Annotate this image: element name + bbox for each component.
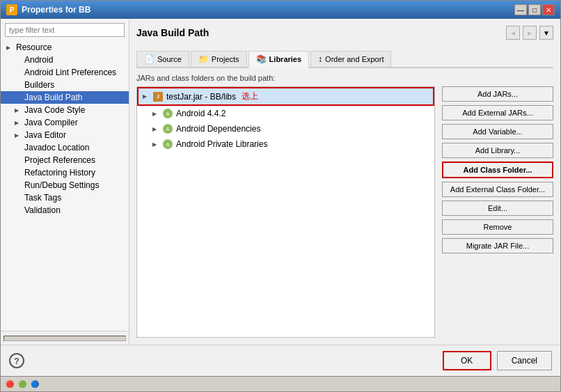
panel-title: Java Build Path xyxy=(136,27,209,38)
bottom-buttons: OK Cancel xyxy=(443,351,552,370)
tree-item-label-0: Resource xyxy=(16,42,52,52)
tree-item-label-4: Java Build Path xyxy=(24,93,82,102)
nav-arrows: ◄ ► ▼ xyxy=(506,26,553,40)
cancel-button[interactable]: Cancel xyxy=(497,351,552,370)
lib-icon-3: A xyxy=(162,139,173,150)
action-btn-6[interactable]: Edit... xyxy=(442,201,553,216)
taskbar: 🔴 🟢 🔵 xyxy=(1,376,560,391)
lib-icon-2: A xyxy=(162,123,173,134)
tab-order-and-export[interactable]: ↕Order and Export xyxy=(310,51,391,67)
tree-item-label-1: Android xyxy=(24,55,53,65)
left-tree-item-3[interactable]: Builders xyxy=(1,79,129,91)
description-text: JARs and class folders on the build path… xyxy=(136,74,553,82)
lib-label-3: Android Private Libraries xyxy=(176,139,267,149)
tree-arrow-6: ▶ xyxy=(15,120,22,126)
left-tree-item-9[interactable]: Project References xyxy=(1,154,129,166)
minimize-button[interactable]: — xyxy=(514,4,527,15)
left-tree-item-1[interactable]: Android xyxy=(1,54,129,66)
build-path-area: ▶JtestJar.jar - BB/libs选上▶AAndroid 4.4.2… xyxy=(136,86,435,338)
lib-tree-item-1[interactable]: ▶AAndroid 4.4.2 xyxy=(137,106,434,121)
ok-button[interactable]: OK xyxy=(443,351,491,370)
window-title: Properties for BB xyxy=(22,5,90,15)
left-tree-item-2[interactable]: Android Lint Preferences xyxy=(1,66,129,79)
tab-label-2: Libraries xyxy=(269,55,301,63)
left-tree-item-5[interactable]: ▶Java Code Style xyxy=(1,104,129,116)
tree-item-label-13: Validation xyxy=(24,205,61,215)
main-area: ▶JtestJar.jar - BB/libs选上▶AAndroid 4.4.2… xyxy=(136,86,553,338)
tree-item-label-9: Project References xyxy=(24,155,95,165)
lib-arrow-3: ▶ xyxy=(152,141,159,148)
action-btn-5[interactable]: Add External Class Folder... xyxy=(442,182,553,197)
action-btn-8[interactable]: Migrate JAR File... xyxy=(442,238,553,253)
lib-label-2: Android Dependencies xyxy=(176,124,260,134)
lib-arrow-2: ▶ xyxy=(152,126,159,132)
taskbar-icon-3: 🔵 xyxy=(30,379,40,389)
tabs-row: 📄Source📁Projects📚Libraries↕Order and Exp… xyxy=(136,51,553,68)
title-bar-left: P Properties for BB xyxy=(6,4,90,15)
tab-label-3: Order and Export xyxy=(325,55,384,63)
tab-libraries[interactable]: 📚Libraries xyxy=(248,51,309,68)
bottom-bar: ? OK Cancel xyxy=(1,345,560,376)
tree-item-label-8: Javadoc Location xyxy=(24,143,89,152)
action-buttons: Add JARs...Add External JARs...Add Varia… xyxy=(442,86,553,338)
right-panel: Java Build Path ◄ ► ▼ 📄Source📁Projects📚L… xyxy=(129,19,560,345)
tab-projects[interactable]: 📁Projects xyxy=(191,51,247,67)
title-bar: P Properties for BB — □ ✕ xyxy=(1,1,560,19)
left-tree-item-0[interactable]: ▶Resource xyxy=(1,41,129,54)
lib-label-1: Android 4.4.2 xyxy=(176,109,226,118)
tree-arrow-5: ▶ xyxy=(15,107,22,113)
tab-icon-1: 📁 xyxy=(198,54,209,64)
tree-item-label-2: Android Lint Preferences xyxy=(24,68,116,77)
title-controls: — □ ✕ xyxy=(514,4,555,15)
tab-label-1: Projects xyxy=(212,55,239,63)
left-tree-item-12[interactable]: Task Tags xyxy=(1,191,129,204)
lib-icon-0: J xyxy=(152,91,164,102)
filter-input[interactable] xyxy=(5,23,125,37)
tree-item-label-3: Builders xyxy=(24,80,54,90)
horizontal-scrollbar-track[interactable] xyxy=(3,336,126,341)
left-tree: ▶ResourceAndroidAndroid Lint Preferences… xyxy=(1,41,129,331)
tree-item-label-5: Java Code Style xyxy=(24,105,85,115)
action-btn-0[interactable]: Add JARs... xyxy=(442,86,553,102)
lib-tree-item-3[interactable]: ▶AAndroid Private Libraries xyxy=(137,136,434,152)
restore-button[interactable]: □ xyxy=(528,4,541,15)
tree-item-label-7: Java Editor xyxy=(24,130,66,140)
close-button[interactable]: ✕ xyxy=(542,4,555,15)
nav-back-button[interactable]: ◄ xyxy=(506,26,520,40)
nav-menu-button[interactable]: ▼ xyxy=(539,26,553,40)
content-area: ▶ResourceAndroidAndroid Lint Preferences… xyxy=(1,19,560,345)
main-window: P Properties for BB — □ ✕ ▶ResourceAndro… xyxy=(0,0,561,392)
action-btn-3[interactable]: Add Library... xyxy=(442,143,553,158)
selected-label-0: 选上 xyxy=(242,91,258,102)
window-icon: P xyxy=(6,4,17,15)
left-tree-item-11[interactable]: Run/Debug Settings xyxy=(1,179,129,191)
left-tree-item-13[interactable]: Validation xyxy=(1,204,129,217)
left-tree-item-10[interactable]: Refactoring History xyxy=(1,166,129,179)
lib-icon-1: A xyxy=(162,108,173,119)
lib-arrow-1: ▶ xyxy=(152,111,159,117)
left-tree-item-7[interactable]: ▶Java Editor xyxy=(1,129,129,141)
action-btn-1[interactable]: Add External JARs... xyxy=(442,105,553,120)
tree-item-label-10: Refactoring History xyxy=(24,168,95,178)
left-tree-item-6[interactable]: ▶Java Compiler xyxy=(1,116,129,129)
tree-item-label-12: Task Tags xyxy=(24,193,61,203)
lib-label-0: testJar.jar - BB/libs xyxy=(166,92,236,102)
tree-arrow-0: ▶ xyxy=(6,45,13,51)
tab-source[interactable]: 📄Source xyxy=(136,51,189,67)
action-btn-2[interactable]: Add Variable... xyxy=(442,124,553,139)
tab-icon-3: ↕ xyxy=(318,54,322,64)
lib-tree-item-2[interactable]: ▶AAndroid Dependencies xyxy=(137,121,434,136)
left-panel: ▶ResourceAndroidAndroid Lint Preferences… xyxy=(1,19,129,345)
left-tree-item-4[interactable]: Java Build Path xyxy=(1,91,129,104)
left-tree-item-8[interactable]: Javadoc Location xyxy=(1,141,129,154)
lib-arrow-0: ▶ xyxy=(143,93,150,100)
tab-icon-0: 📄 xyxy=(144,54,155,64)
tree-item-label-6: Java Compiler xyxy=(24,118,78,127)
help-button[interactable]: ? xyxy=(9,353,24,368)
tab-label-0: Source xyxy=(157,55,182,63)
left-scrollbar[interactable] xyxy=(1,331,129,345)
action-btn-4[interactable]: Add Class Folder... xyxy=(442,162,553,178)
lib-tree-item-0[interactable]: ▶JtestJar.jar - BB/libs选上 xyxy=(137,87,434,106)
nav-forward-button[interactable]: ► xyxy=(523,26,537,40)
action-btn-7[interactable]: Remove xyxy=(442,219,553,235)
